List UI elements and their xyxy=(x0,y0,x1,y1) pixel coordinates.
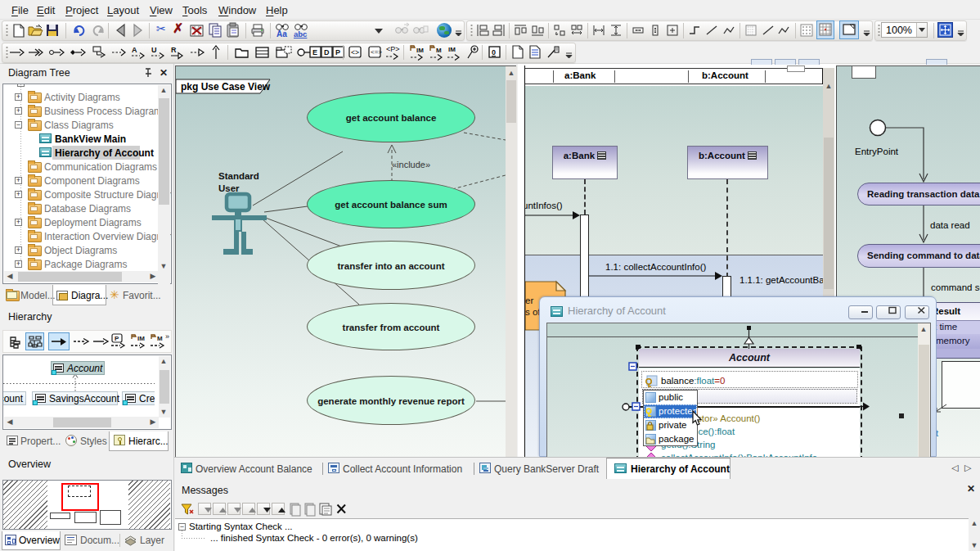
svg-text:A: A xyxy=(132,46,137,54)
svg-text:D: D xyxy=(324,48,330,56)
svg-text:U: U xyxy=(151,46,157,54)
svg-text:0: 0 xyxy=(492,48,496,56)
svg-text:M: M xyxy=(436,47,442,54)
svg-text:abc: abc xyxy=(294,29,307,38)
svg-text:E: E xyxy=(312,48,317,56)
svg-text:<=>: <=> xyxy=(371,48,382,56)
svg-text:IM: IM xyxy=(416,47,424,54)
svg-text:M: M xyxy=(157,335,163,342)
svg-text:IM: IM xyxy=(448,46,456,53)
svg-text:pkg Use Case View: pkg Use Case View xyxy=(181,81,271,93)
svg-text:<P>: <P> xyxy=(386,45,400,53)
svg-text:<>: <> xyxy=(351,48,359,56)
svg-text:P: P xyxy=(115,335,119,342)
svg-text:R: R xyxy=(171,46,177,54)
svg-text:P: P xyxy=(335,48,340,56)
svg-text:IM: IM xyxy=(137,335,145,342)
svg-text:Aa: Aa xyxy=(276,29,287,38)
